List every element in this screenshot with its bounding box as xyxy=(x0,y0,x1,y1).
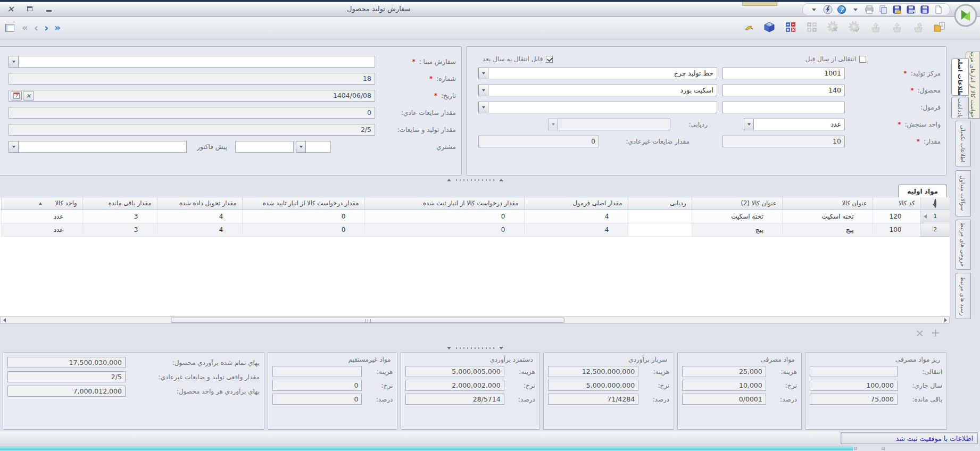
panel-consumed-materials-detail: ریز مواد مصرفی انتقالی: سال جاري:100,000… xyxy=(805,352,947,430)
chevron-down-icon[interactable] xyxy=(744,119,754,130)
horizontal-splitter-bottom[interactable] xyxy=(0,344,950,352)
cell-formula-qty[interactable]: 4 xyxy=(524,210,628,223)
remaining-field: 75,000 xyxy=(810,394,898,405)
col-tracking[interactable]: ردیابی xyxy=(628,197,692,210)
print-icon[interactable] xyxy=(865,5,874,14)
cell-delivered[interactable]: 4 xyxy=(157,223,242,236)
scrollbar-thumb[interactable] xyxy=(171,318,564,323)
cell-requested-registered[interactable]: 0 xyxy=(364,210,524,223)
cell-unit[interactable]: عدد xyxy=(1,223,82,236)
date-field[interactable]: 1404/06/08 xyxy=(9,90,375,102)
restore-button[interactable] xyxy=(23,4,36,14)
save-icon[interactable] xyxy=(920,5,929,14)
tab-related-outputs[interactable]: خروجی های مرتبط xyxy=(955,220,971,270)
table-row[interactable]: 2 100 پیچ پیچ 4 0 0 4 3 عدد xyxy=(1,223,950,236)
clear-date-button[interactable] xyxy=(23,91,34,101)
chevron-down-icon[interactable] xyxy=(9,56,19,68)
cell-remaining[interactable]: 3 xyxy=(82,223,157,236)
new-document-icon[interactable] xyxy=(934,5,943,14)
chevron-down-icon[interactable] xyxy=(9,141,19,153)
horizontal-splitter-top[interactable] xyxy=(0,176,950,183)
cell-name2[interactable]: پیچ xyxy=(692,223,782,236)
cell-tracking[interactable] xyxy=(628,210,692,223)
checkbox-transfer-from-prev-year[interactable]: انتقالی از سال قبل xyxy=(805,55,866,63)
save-as-icon[interactable] xyxy=(906,5,916,14)
copy-icon[interactable] xyxy=(878,5,888,14)
checkbox-transferable-to-next-year[interactable]: قابل انتقال به سال بعد xyxy=(483,55,553,63)
cell-name[interactable]: تخته اسکیت xyxy=(782,210,873,223)
search-header[interactable] xyxy=(920,197,950,210)
scroll-left-button[interactable] xyxy=(1,317,8,323)
minimize-button[interactable] xyxy=(43,4,55,14)
cell-remaining[interactable]: 3 xyxy=(82,210,157,223)
flash-icon[interactable] xyxy=(823,5,833,14)
row-header[interactable]: 1 xyxy=(920,210,950,223)
calculator-icon[interactable] xyxy=(784,21,797,34)
production-center-code-field[interactable]: 1001 xyxy=(722,68,845,79)
record-list-icon[interactable] xyxy=(3,21,16,34)
col-item-code[interactable]: کد کالا xyxy=(873,197,920,210)
tab-faq[interactable]: سوالات متداول xyxy=(955,170,971,216)
customer-combo[interactable] xyxy=(296,141,331,153)
help-icon[interactable] xyxy=(837,5,846,14)
cell-requested-approved[interactable]: 0 xyxy=(242,210,364,223)
help-dropdown-caret-icon[interactable] xyxy=(851,5,860,14)
cell-name[interactable]: پیچ xyxy=(782,223,873,236)
customer-field[interactable] xyxy=(235,141,294,153)
product-combo[interactable]: اسکیت بورد xyxy=(478,85,717,96)
dropdown-caret-icon[interactable] xyxy=(809,5,819,14)
unit-combo[interactable]: عدد xyxy=(744,119,845,130)
chevron-down-icon[interactable] xyxy=(478,85,488,96)
chevron-down-icon[interactable] xyxy=(296,141,306,153)
row-header[interactable]: 2 xyxy=(920,223,950,236)
checkbox-box-checked[interactable] xyxy=(546,56,553,63)
col-remaining[interactable]: مقدار باقی مانده xyxy=(82,197,157,210)
cell-code[interactable]: 100 xyxy=(873,223,920,236)
tab-note[interactable]: یادداشت xyxy=(951,97,969,119)
tab-additional-info[interactable]: اطلاعات تکمیلی xyxy=(955,121,971,166)
add-row-icon[interactable] xyxy=(931,326,940,340)
cell-unit[interactable]: عدد xyxy=(1,210,82,223)
folder-document-icon[interactable] xyxy=(933,21,946,34)
col-item-title[interactable]: عنوان کالا xyxy=(782,197,873,210)
col-formula-qty[interactable]: مقدار اصلی فرمول xyxy=(524,197,628,210)
cell-tracking[interactable] xyxy=(628,223,692,236)
col-requested-registered[interactable]: مقدار درخواست کالا از انبار ثبت شده xyxy=(364,197,524,210)
col-item-title-2[interactable]: عنوان کالا (2) xyxy=(692,197,782,210)
save-export-icon[interactable] xyxy=(892,5,902,14)
scroll-right-button[interactable] xyxy=(942,317,949,323)
product-code-field[interactable]: 140 xyxy=(722,85,845,96)
formula-code-field[interactable] xyxy=(722,102,845,113)
cost-field xyxy=(272,366,362,377)
production-center-combo[interactable]: خط تولید چرخ xyxy=(478,68,717,79)
table-row[interactable]: 1 120 تخته اسکیت تخته اسکیت 4 0 0 4 3 عد… xyxy=(1,210,950,223)
col-delivered[interactable]: مقدار تحویل داده شده xyxy=(157,197,242,210)
go-first-button[interactable] xyxy=(22,22,28,34)
cell-delivered[interactable]: 4 xyxy=(157,210,242,223)
chevron-down-icon[interactable] xyxy=(478,102,488,113)
edit-quill-icon[interactable] xyxy=(742,21,754,34)
proforma-combo[interactable] xyxy=(9,141,187,153)
go-next-button[interactable] xyxy=(44,22,48,34)
cell-requested-registered[interactable]: 0 xyxy=(364,223,524,236)
go-last-button[interactable] xyxy=(54,22,61,34)
formula-combo[interactable] xyxy=(478,102,717,113)
cell-requested-approved[interactable]: 0 xyxy=(242,223,364,236)
tab-related-receipts[interactable]: رسید های مرتبط xyxy=(955,273,971,319)
close-button[interactable] xyxy=(4,4,17,14)
col-requested-approved[interactable]: مقدار درخواست کالا از انبار تایید شده xyxy=(242,197,364,210)
col-item-unit[interactable]: واحد کالا xyxy=(1,197,82,210)
cube-icon[interactable] xyxy=(763,21,776,34)
horizontal-scrollbar[interactable] xyxy=(0,316,950,324)
cell-code[interactable]: 120 xyxy=(873,210,920,223)
delete-row-icon[interactable] xyxy=(915,326,924,340)
chevron-down-icon[interactable] xyxy=(478,68,488,79)
cell-formula-qty[interactable]: 4 xyxy=(524,223,628,236)
tab-raw-materials[interactable]: مواد اولیه xyxy=(898,185,947,197)
checkbox-box-unchecked[interactable] xyxy=(859,56,866,63)
base-order-combo[interactable] xyxy=(9,56,375,68)
calendar-button[interactable] xyxy=(11,91,22,101)
tab-main-info[interactable]: اطلاعات اصلی xyxy=(951,59,969,96)
cell-name2[interactable]: تخته اسکیت xyxy=(692,210,782,223)
go-previous-button[interactable] xyxy=(34,22,38,34)
